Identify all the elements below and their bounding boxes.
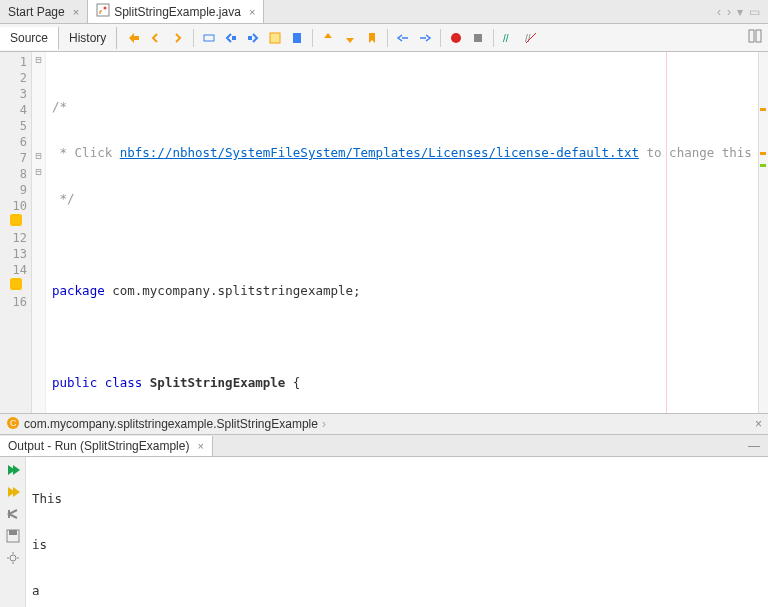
caret-mark-icon[interactable] <box>760 164 766 167</box>
macro-record-icon[interactable] <box>447 29 465 47</box>
next-bookmark-icon[interactable] <box>341 29 359 47</box>
output-tab-label: Output - Run (SplitStringExample) <box>8 439 189 453</box>
output-toolbar <box>0 457 26 607</box>
suggestion-bulb-icon[interactable] <box>10 214 22 226</box>
breadcrumb-text[interactable]: com.mycompany.splitstringexample.SplitSt… <box>24 417 318 431</box>
shift-left-icon[interactable] <box>394 29 412 47</box>
svg-text://: // <box>503 33 509 44</box>
svg-rect-12 <box>749 30 754 42</box>
svg-rect-4 <box>248 36 252 40</box>
nav-left-icon[interactable]: ‹ <box>717 5 721 19</box>
subtab-source[interactable]: Source <box>0 27 59 50</box>
warning-mark-icon[interactable] <box>760 108 766 111</box>
split-icon[interactable] <box>748 29 768 46</box>
close-icon[interactable]: × <box>197 440 203 452</box>
nav-right-icon[interactable]: › <box>727 5 731 19</box>
template-link[interactable]: nbfs://nbhost/SystemFileSystem/Templates… <box>120 145 639 160</box>
svg-rect-17 <box>9 530 17 535</box>
svg-rect-2 <box>204 35 214 41</box>
line-gutter: 1 2 3 4 5 6 7 8 9 10 12 13 14 16 <box>0 52 32 413</box>
output-tab[interactable]: Output - Run (SplitStringExample) × <box>0 436 213 456</box>
warning-mark-icon[interactable] <box>760 152 766 155</box>
editor-subtabs: Source History // // <box>0 24 768 52</box>
svg-point-18 <box>10 555 16 561</box>
dropdown-icon[interactable]: ▾ <box>737 5 743 19</box>
uncomment-icon[interactable]: // <box>522 29 540 47</box>
separator <box>387 29 388 47</box>
settings-output-icon[interactable] <box>4 549 22 567</box>
java-file-icon <box>96 3 110 20</box>
separator <box>193 29 194 47</box>
last-edit-icon[interactable] <box>125 29 143 47</box>
subtab-history[interactable]: History <box>59 27 117 49</box>
svg-rect-5 <box>270 33 280 43</box>
svg-rect-13 <box>756 30 761 42</box>
file-tabs: Start Page × SplitStringExample.java × ‹… <box>0 0 768 24</box>
close-icon[interactable]: × <box>73 6 79 18</box>
comment-icon[interactable]: // <box>500 29 518 47</box>
chevron-right-icon: › <box>322 417 326 431</box>
shift-right-icon[interactable] <box>416 29 434 47</box>
save-output-icon[interactable] <box>4 527 22 545</box>
fold-toggle-icon[interactable]: ⊟ <box>32 164 45 180</box>
fold-toggle-icon[interactable]: ⊟ <box>32 52 45 68</box>
error-stripe[interactable] <box>758 52 768 413</box>
find-selection-icon[interactable] <box>200 29 218 47</box>
forward-icon[interactable] <box>169 29 187 47</box>
separator <box>493 29 494 47</box>
fold-column: ⊟ ⊟ ⊟ <box>32 52 46 413</box>
find-prev-icon[interactable] <box>222 29 240 47</box>
close-icon[interactable]: × <box>755 417 762 431</box>
margin-guide <box>666 52 667 413</box>
tab-label: Start Page <box>8 5 65 19</box>
output-panel: This is a sample string to split. ------… <box>0 457 768 607</box>
svg-rect-0 <box>97 4 109 16</box>
svg-point-1 <box>104 7 107 10</box>
svg-rect-6 <box>293 33 301 43</box>
separator <box>440 29 441 47</box>
output-console[interactable]: This is a sample string to split. ------… <box>26 457 768 607</box>
code-editor[interactable]: 1 2 3 4 5 6 7 8 9 10 12 13 14 16 ⊟ ⊟ ⊟ /… <box>0 52 768 413</box>
back-icon[interactable] <box>147 29 165 47</box>
stop-icon[interactable] <box>4 505 22 523</box>
rerun-icon[interactable] <box>4 461 22 479</box>
find-next-icon[interactable] <box>244 29 262 47</box>
breadcrumb-bar: C com.mycompany.splitstringexample.Split… <box>0 413 768 435</box>
editor-toolbar: // // <box>117 29 548 47</box>
svg-text:C: C <box>10 418 17 428</box>
close-icon[interactable]: × <box>249 6 255 18</box>
toggle-highlight-icon[interactable] <box>266 29 284 47</box>
bookmark-toggle-icon[interactable] <box>288 29 306 47</box>
prev-bookmark-icon[interactable] <box>319 29 337 47</box>
maximize-icon[interactable]: ▭ <box>749 5 760 19</box>
tab-java-file[interactable]: SplitStringExample.java × <box>88 0 264 23</box>
separator <box>312 29 313 47</box>
fold-toggle-icon[interactable]: ⊟ <box>32 148 45 164</box>
tab-start-page[interactable]: Start Page × <box>0 0 88 23</box>
toggle-bookmark-icon[interactable] <box>363 29 381 47</box>
class-icon: C <box>6 416 20 433</box>
minimize-icon[interactable]: — <box>748 439 768 453</box>
output-header: Output - Run (SplitStringExample) × — <box>0 435 768 457</box>
suggestion-bulb-icon[interactable] <box>10 278 22 290</box>
svg-point-7 <box>451 33 461 43</box>
svg-rect-3 <box>232 36 236 40</box>
tab-controls: ‹ › ▾ ▭ <box>717 5 768 19</box>
tab-label: SplitStringExample.java <box>114 5 241 19</box>
rerun-alt-icon[interactable] <box>4 483 22 501</box>
svg-rect-8 <box>474 34 482 42</box>
code-content[interactable]: /* * Click nbfs://nbhost/SystemFileSyste… <box>46 52 768 413</box>
macro-stop-icon[interactable] <box>469 29 487 47</box>
